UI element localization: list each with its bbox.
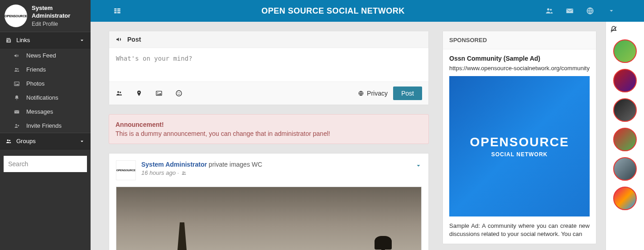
bullhorn-icon — [14, 53, 20, 59]
sponsored-section-title: SPONSORED — [443, 31, 596, 49]
post-button[interactable]: Post — [393, 87, 422, 100]
chevron-down-icon — [79, 138, 85, 144]
svg-rect-0 — [7, 40, 8, 41]
svg-point-3 — [15, 67, 17, 69]
svg-rect-15 — [114, 12, 116, 13]
globe-icon — [358, 90, 364, 96]
nav-friends[interactable]: Friends — [0, 62, 91, 77]
chat-user-avatar[interactable] — [613, 39, 637, 63]
nav-item-label: Photos — [26, 80, 44, 87]
search-input[interactable] — [4, 156, 87, 172]
svg-point-30 — [184, 172, 186, 173]
envelope-icon — [14, 109, 20, 115]
svg-point-29 — [183, 171, 184, 173]
nav-section-groups[interactable]: Groups — [0, 133, 91, 149]
sponsored-heading[interactable]: Ossn Community (Sample Ad) — [449, 55, 590, 62]
sponsored-image[interactable]: OPENSOURCE SOCIAL NETWORK — [449, 76, 590, 216]
sponsored-description: Sample Ad: A community where you can cre… — [449, 222, 590, 238]
svg-rect-13 — [114, 10, 116, 11]
svg-point-9 — [7, 139, 9, 141]
svg-point-18 — [550, 9, 552, 10]
privacy-label: Privacy — [367, 90, 388, 97]
svg-point-4 — [17, 68, 19, 69]
feed-post: OPENSOURCE System Administrator private … — [109, 153, 429, 250]
profile-box: OPENSOURCE System Administrator Edit Pro… — [0, 0, 91, 32]
nav-invite-friends[interactable]: Invite Friends — [0, 119, 91, 133]
chat-user-avatar[interactable] — [613, 98, 637, 122]
user-menu-caret-icon[interactable] — [608, 8, 615, 14]
tag-friends-icon[interactable] — [115, 90, 123, 97]
svg-rect-14 — [117, 10, 120, 11]
post-context: private images WC — [207, 161, 262, 168]
nav-notifications[interactable]: Notifications — [0, 91, 91, 105]
announcement-body: This is a dummy announcement, you can ch… — [115, 130, 422, 137]
chevron-down-icon — [79, 37, 85, 43]
svg-point-17 — [547, 8, 549, 10]
emoji-icon[interactable] — [175, 90, 183, 97]
nav-news-feed[interactable]: News Feed — [0, 48, 91, 62]
svg-rect-11 — [114, 9, 116, 10]
profile-name-line2: Administrator — [32, 12, 70, 20]
app-title: OPEN SOURCE SOCIAL NETWORK — [121, 6, 545, 16]
svg-point-8 — [15, 124, 17, 125]
newspaper-icon — [5, 37, 12, 43]
svg-point-6 — [15, 82, 16, 83]
svg-rect-2 — [9, 41, 10, 41]
image-icon — [14, 81, 20, 87]
svg-point-21 — [117, 91, 119, 93]
friends-icon[interactable] — [545, 6, 554, 15]
post-composer: Post Privacy — [109, 31, 429, 105]
topbar: OPEN SOURCE SOCIAL NETWORK — [91, 0, 644, 22]
sponsored-url[interactable]: https://www.opensource-socialnetwork.org… — [449, 65, 590, 72]
friends-privacy-icon — [181, 170, 187, 176]
svg-point-10 — [9, 139, 10, 141]
announcement-title: Announcement! — [115, 121, 422, 128]
nav-section-links[interactable]: Links — [0, 32, 91, 48]
announcement-box: Announcement! This is a dummy announceme… — [109, 114, 429, 144]
mute-icon[interactable] — [610, 25, 618, 34]
nav-section-links-label: Links — [16, 37, 30, 43]
svg-point-25 — [176, 91, 182, 96]
bell-icon — [14, 95, 20, 101]
svg-point-22 — [120, 91, 121, 93]
nav-messages[interactable]: Messages — [0, 105, 91, 119]
chat-strip — [606, 22, 644, 250]
edit-profile-link[interactable]: Edit Profile — [32, 21, 70, 27]
svg-point-26 — [178, 92, 178, 93]
chat-user-avatar[interactable] — [613, 187, 637, 210]
sponsored-img-line1: OPENSOURCE — [470, 135, 569, 149]
bullhorn-icon — [115, 36, 123, 43]
svg-point-27 — [179, 92, 180, 93]
chat-user-avatar[interactable] — [613, 69, 637, 92]
nav-section-groups-label: Groups — [16, 138, 36, 144]
location-icon[interactable] — [135, 90, 143, 97]
user-plus-icon — [14, 123, 20, 129]
profile-name-line1: System — [32, 5, 70, 12]
post-author-avatar[interactable]: OPENSOURCE — [116, 160, 136, 180]
sidebar: OPENSOURCE System Administrator Edit Pro… — [0, 0, 91, 250]
nav-photos[interactable]: Photos — [0, 77, 91, 91]
users-icon — [14, 67, 20, 73]
messages-icon[interactable] — [565, 6, 574, 15]
globe-icon[interactable] — [586, 6, 595, 15]
users-icon — [5, 138, 12, 144]
privacy-button[interactable]: Privacy — [358, 90, 388, 97]
post-menu-button[interactable] — [415, 163, 422, 169]
post-image[interactable] — [116, 187, 422, 250]
chat-user-avatar[interactable] — [613, 157, 637, 181]
image-icon[interactable] — [155, 90, 163, 97]
svg-rect-19 — [567, 9, 573, 13]
avatar[interactable]: OPENSOURCE — [5, 5, 27, 27]
sponsored-img-line2: SOCIAL NETWORK — [491, 151, 548, 158]
svg-rect-1 — [9, 40, 10, 41]
nav-item-label: Notifications — [26, 94, 58, 101]
nav-item-label: Messages — [26, 108, 53, 115]
post-author-link[interactable]: System Administrator — [141, 161, 207, 168]
nav-item-label: Friends — [26, 66, 46, 73]
sponsored-card: SPONSORED Ossn Community (Sample Ad) htt… — [442, 31, 596, 244]
nav-item-label: Invite Friends — [26, 122, 62, 129]
post-time: 16 hours ago · — [141, 169, 179, 176]
composer-textarea[interactable] — [116, 55, 422, 73]
menu-toggle-icon[interactable] — [113, 7, 121, 15]
chat-user-avatar[interactable] — [613, 128, 637, 151]
